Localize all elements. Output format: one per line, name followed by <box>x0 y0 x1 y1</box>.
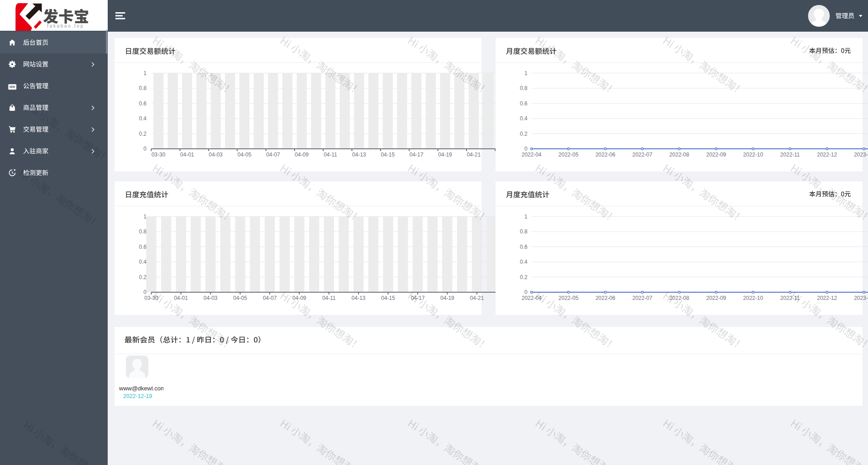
svg-text:03-30: 03-30 <box>144 295 158 301</box>
svg-text:0.2: 0.2 <box>520 274 528 280</box>
svg-text:2022-05: 2022-05 <box>558 295 578 301</box>
svg-text:0.4: 0.4 <box>520 115 528 122</box>
svg-text:0.4: 0.4 <box>520 259 528 265</box>
svg-text:2022-09: 2022-09 <box>706 152 726 158</box>
svg-text:2022-06: 2022-06 <box>596 295 615 301</box>
svg-text:2022-12: 2022-12 <box>817 152 837 158</box>
svg-text:0.6: 0.6 <box>520 244 528 250</box>
svg-text:2022-05: 2022-05 <box>558 152 578 158</box>
svg-text:04-17: 04-17 <box>410 152 424 158</box>
svg-text:0: 0 <box>143 146 147 152</box>
svg-text:04-11: 04-11 <box>322 295 336 301</box>
svg-text:04-13: 04-13 <box>352 295 366 301</box>
svg-text:1: 1 <box>525 70 528 76</box>
svg-text:2023-01: 2023-01 <box>854 152 868 158</box>
svg-text:2023-01: 2023-01 <box>854 295 868 301</box>
svg-text:2022-07: 2022-07 <box>632 295 652 301</box>
svg-text:04-15: 04-15 <box>381 152 395 158</box>
svg-text:04-15: 04-15 <box>381 295 395 301</box>
svg-text:0.8: 0.8 <box>139 228 147 235</box>
svg-text:04-07: 04-07 <box>263 295 277 301</box>
svg-text:0.8: 0.8 <box>520 85 528 91</box>
svg-text:2022-08: 2022-08 <box>669 152 689 158</box>
svg-text:04-21: 04-21 <box>470 295 484 301</box>
svg-text:2022-09: 2022-09 <box>706 295 726 301</box>
svg-text:04-19: 04-19 <box>438 152 452 158</box>
svg-text:0: 0 <box>525 146 528 152</box>
svg-text:04-03: 04-03 <box>209 152 223 158</box>
svg-text:04-07: 04-07 <box>266 152 280 158</box>
svg-text:04-01: 04-01 <box>180 152 194 158</box>
svg-text:1: 1 <box>525 214 528 220</box>
svg-text:04-19: 04-19 <box>440 295 454 301</box>
svg-text:2022-08: 2022-08 <box>669 295 689 301</box>
svg-text:0.4: 0.4 <box>139 115 147 122</box>
svg-text:2022-04: 2022-04 <box>521 152 541 158</box>
svg-text:0.2: 0.2 <box>139 274 147 280</box>
svg-text:0.2: 0.2 <box>520 131 528 137</box>
svg-text:2022-06: 2022-06 <box>596 152 615 158</box>
svg-text:0: 0 <box>525 289 528 295</box>
svg-text:2022-04: 2022-04 <box>521 295 541 301</box>
svg-text:04-09: 04-09 <box>295 152 309 158</box>
svg-text:1: 1 <box>143 214 147 220</box>
svg-text:2022-11: 2022-11 <box>780 295 800 301</box>
svg-text:0.6: 0.6 <box>139 244 147 250</box>
svg-text:0: 0 <box>143 289 147 295</box>
svg-text:04-11: 04-11 <box>324 152 337 158</box>
svg-text:04-09: 04-09 <box>292 295 306 301</box>
svg-text:0.2: 0.2 <box>139 131 147 137</box>
svg-text:0.8: 0.8 <box>520 228 528 235</box>
svg-text:04-17: 04-17 <box>411 295 425 301</box>
svg-text:0.4: 0.4 <box>139 259 147 265</box>
svg-text:2022-07: 2022-07 <box>632 152 652 158</box>
svg-text:2022-12: 2022-12 <box>817 295 837 301</box>
svg-text:04-05: 04-05 <box>233 295 247 301</box>
svg-text:NEW: NEW <box>10 85 15 88</box>
svg-text:1: 1 <box>143 70 147 76</box>
svg-text:03-30: 03-30 <box>152 152 166 158</box>
svg-text:0.6: 0.6 <box>520 100 528 107</box>
svg-text:04-01: 04-01 <box>174 295 188 301</box>
svg-text:2022-10: 2022-10 <box>743 295 763 301</box>
svg-text:04-13: 04-13 <box>352 152 366 158</box>
svg-text:2022-11: 2022-11 <box>780 152 800 158</box>
svg-text:04-21: 04-21 <box>467 152 481 158</box>
svg-text:2022-10: 2022-10 <box>743 152 763 158</box>
svg-text:0.8: 0.8 <box>139 85 147 91</box>
svg-text:04-05: 04-05 <box>238 152 252 158</box>
svg-text:0.6: 0.6 <box>139 100 147 107</box>
svg-text:04-03: 04-03 <box>204 295 218 301</box>
